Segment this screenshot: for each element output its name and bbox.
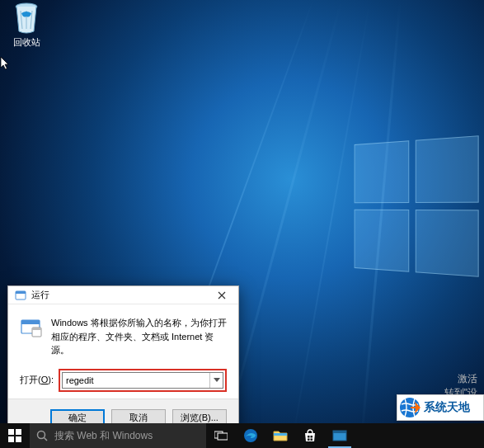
edge-icon [243, 428, 258, 443]
svg-rect-4 [21, 320, 40, 324]
taskbar-edge[interactable] [236, 423, 265, 448]
watermark-badge-text: 系统天地 [424, 400, 470, 415]
run-dialog: 运行 Windows 将根据你所输入的名称，为你打开相应的程序、文件夹、文档或 … [7, 285, 239, 437]
taskbar-search[interactable] [30, 423, 206, 448]
svg-rect-17 [274, 433, 287, 436]
taskbar-store[interactable] [295, 423, 325, 448]
svg-rect-15 [218, 433, 228, 440]
mouse-cursor-icon [0, 56, 10, 71]
open-label: 打开(O): [20, 374, 54, 386]
svg-rect-11 [16, 436, 21, 442]
task-view-icon [214, 431, 228, 441]
run-dialog-title-icon [15, 290, 26, 301]
svg-rect-8 [8, 429, 14, 435]
open-input[interactable] [63, 373, 209, 388]
desktop[interactable]: 回收站 激活 转到"设 运行 [0, 0, 484, 448]
svg-rect-6 [32, 328, 41, 330]
svg-rect-19 [311, 436, 313, 438]
open-combobox[interactable] [62, 372, 223, 389]
open-field-highlight [59, 369, 227, 392]
svg-rect-9 [16, 429, 21, 435]
svg-rect-2 [16, 291, 26, 294]
svg-rect-23 [333, 431, 346, 433]
svg-rect-20 [308, 439, 310, 441]
run-dialog-titlebar[interactable]: 运行 [8, 286, 238, 304]
run-dialog-message: Windows 将根据你所输入的名称，为你打开相应的程序、文件夹、文档或 Int… [51, 316, 227, 357]
app-window-icon [332, 430, 347, 441]
taskbar-search-input[interactable] [54, 430, 200, 441]
taskbar-task-view[interactable] [206, 423, 236, 448]
recycle-bin-icon [12, 2, 40, 35]
svg-rect-18 [308, 436, 310, 438]
store-icon [303, 429, 317, 442]
taskbar-spacer [355, 423, 484, 448]
svg-line-13 [45, 438, 48, 441]
watermark-badge: 系统天地 [397, 394, 484, 421]
chevron-down-icon [214, 378, 220, 382]
run-dialog-title: 运行 [31, 289, 205, 301]
close-button[interactable] [205, 286, 238, 304]
search-icon [36, 430, 48, 441]
wallpaper-windows-logo [355, 135, 479, 277]
svg-point-12 [38, 431, 45, 439]
taskbar-running-app[interactable] [325, 423, 355, 448]
svg-rect-21 [311, 439, 313, 441]
run-program-icon [20, 316, 43, 339]
globe-icon [399, 397, 421, 418]
desktop-icon-recycle-bin[interactable]: 回收站 [3, 2, 49, 49]
taskbar [0, 423, 484, 448]
start-button[interactable] [0, 423, 30, 448]
windows-logo-icon [8, 429, 21, 442]
desktop-icon-label: 回收站 [3, 36, 49, 49]
svg-rect-10 [8, 436, 14, 442]
taskbar-file-explorer[interactable] [265, 423, 295, 448]
close-icon [218, 291, 226, 299]
open-dropdown-button[interactable] [209, 373, 223, 388]
folder-icon [273, 430, 288, 441]
